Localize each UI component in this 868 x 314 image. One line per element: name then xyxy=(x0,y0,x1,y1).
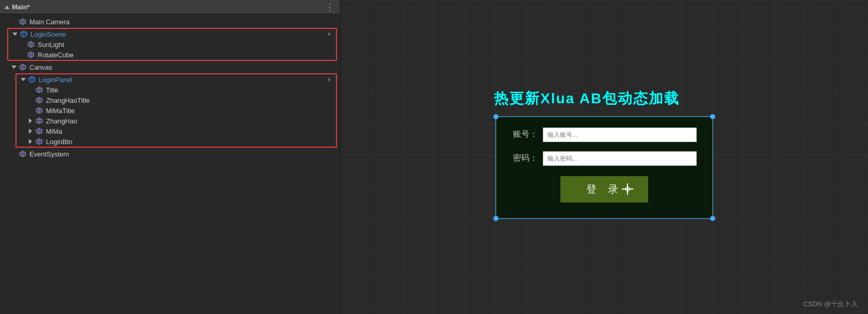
more-options-icon[interactable]: ⋮ xyxy=(325,2,335,13)
cube-icon-sun-light xyxy=(27,40,35,49)
right-arrow-login-scene xyxy=(328,32,331,36)
game-panel: 热更新Xlua AB包动态加载 账号： 密码： 登 录 xyxy=(341,0,868,314)
cube-icon-zhang-hao-title xyxy=(35,96,43,104)
tree-item-event-system[interactable]: EventSystem xyxy=(0,149,340,159)
tree-item-mi-ma[interactable]: MiMa xyxy=(17,126,336,136)
tree-label-main-camera: Main Camera xyxy=(29,18,70,26)
cube-icon-zhang-hao xyxy=(35,117,43,125)
dot-br xyxy=(710,216,715,221)
expand-arrow-zhang-hao xyxy=(27,117,34,124)
cube-icon-mi-ma xyxy=(35,127,43,135)
selection-outline: 热更新Xlua AB包动态加载 账号： 密码： 登 录 xyxy=(495,116,713,219)
expand-arrow-login-btn xyxy=(27,138,34,145)
tree-item-main-camera[interactable]: Main Camera xyxy=(0,17,340,27)
tree-item-login-btn[interactable]: LoginBtn xyxy=(17,136,336,147)
tree-item-login-panel[interactable]: LoginPanel xyxy=(17,74,336,85)
dot-tl xyxy=(493,114,499,119)
tree-item-zhang-hao-title[interactable]: ZhangHaoTitle xyxy=(17,95,336,105)
cube-icon-event-system xyxy=(19,150,27,158)
tree-items: Main Camera LoginScene xyxy=(0,14,340,314)
account-label: 账号： xyxy=(512,129,538,140)
tree-label-title: Title xyxy=(46,86,58,94)
tree-item-title[interactable]: Title xyxy=(17,85,336,95)
tree-label-login-panel: LoginPanel xyxy=(39,76,72,84)
hierarchy-header: Main* ⋮ xyxy=(0,0,340,14)
tree-label-canvas: Canvas xyxy=(29,64,52,71)
tree-label-event-system: EventSystem xyxy=(29,150,69,158)
tree-label-login-scene: LoginScene xyxy=(30,30,66,38)
login-ui-title: 热更新Xlua AB包动态加载 xyxy=(494,89,680,108)
cube-icon-login-btn xyxy=(35,137,43,146)
hierarchy-title: Main* xyxy=(12,3,30,11)
cube-icon-login-scene xyxy=(20,30,28,38)
tree-label-mi-ma: MiMa xyxy=(46,128,62,135)
account-field: 账号： xyxy=(512,128,697,142)
game-view-area: 热更新Xlua AB包动态加载 账号： 密码： 登 录 xyxy=(341,0,868,314)
expand-arrow-mi-ma xyxy=(27,128,34,135)
tree-item-canvas[interactable]: Canvas xyxy=(0,62,340,72)
cube-icon-rotate-cube xyxy=(27,51,35,59)
game-login-container: 热更新Xlua AB包动态加载 账号： 密码： 登 录 xyxy=(495,116,713,219)
tree-item-mi-ma-title[interactable]: MiMaTitle xyxy=(17,105,336,116)
password-field: 密码： xyxy=(512,151,697,166)
collapse-icon[interactable] xyxy=(5,5,10,9)
cube-icon-canvas xyxy=(19,63,27,71)
expand-arrow-login-scene xyxy=(11,30,19,38)
watermark: CSDN @十幺卜入 xyxy=(803,300,858,309)
tree-item-sun-light[interactable]: SunLight xyxy=(8,39,336,50)
login-scene-row: LoginScene xyxy=(30,30,333,38)
cube-icon-login-panel xyxy=(28,75,36,84)
cube-icon-title xyxy=(35,86,43,94)
hierarchy-header-left: Main* xyxy=(5,3,30,11)
password-input[interactable] xyxy=(543,151,697,166)
login-panel-row: LoginPanel xyxy=(39,76,333,84)
tree-label-zhang-hao: ZhangHao xyxy=(46,117,77,125)
tree-label-sun-light: SunLight xyxy=(38,41,64,49)
hierarchy-panel: Main* ⋮ Main Camera xyxy=(0,0,341,314)
tree-label-login-btn: LoginBtn xyxy=(46,138,72,146)
login-button[interactable]: 登 录 xyxy=(560,176,648,202)
dot-bl xyxy=(493,216,499,221)
cube-icon-main-camera xyxy=(19,18,27,26)
red-selection-box-1: LoginScene SunLight xyxy=(7,28,337,61)
tree-item-zhang-hao[interactable]: ZhangHao xyxy=(17,116,336,126)
expand-arrow-canvas xyxy=(10,64,18,71)
right-arrow-login-panel xyxy=(328,77,331,82)
tree-label-rotate-cube: RotateCube xyxy=(38,51,73,59)
tree-label-mi-ma-title: MiMaTitle xyxy=(46,107,75,115)
dot-tr xyxy=(710,114,715,119)
password-label: 密码： xyxy=(512,153,538,164)
account-input[interactable] xyxy=(543,128,697,142)
login-ui: 热更新Xlua AB包动态加载 账号： 密码： 登 录 xyxy=(496,117,713,218)
tree-label-zhang-hao-title: ZhangHaoTitle xyxy=(46,97,90,104)
red-selection-box-2: LoginPanel Title xyxy=(15,73,337,148)
tree-item-rotate-cube[interactable]: RotateCube xyxy=(8,50,336,60)
cube-icon-mi-ma-title xyxy=(35,106,43,115)
expand-arrow-login-panel xyxy=(20,76,27,83)
tree-item-login-scene[interactable]: LoginScene xyxy=(8,29,336,39)
